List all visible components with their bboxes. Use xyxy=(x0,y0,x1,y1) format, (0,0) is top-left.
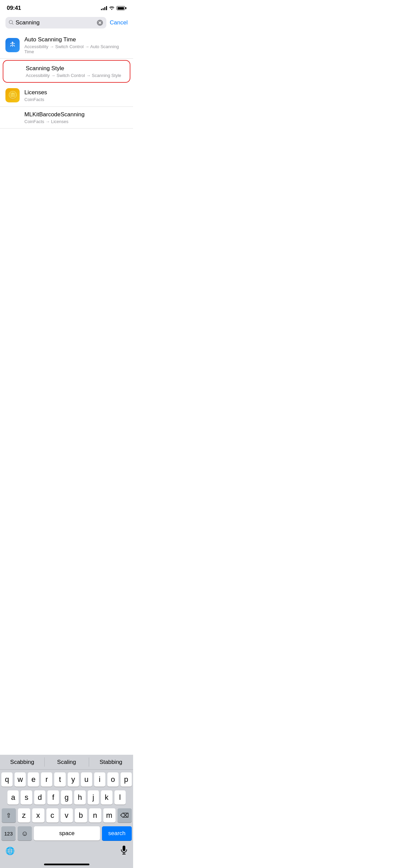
result-text: Scanning Style Accessibility → Switch Co… xyxy=(7,65,126,78)
signal-icon xyxy=(101,6,107,10)
wifi-icon xyxy=(109,5,114,11)
status-bar: 09:41 xyxy=(0,0,133,14)
result-subtitle: CoinFacts → Licenses xyxy=(24,119,128,124)
accessibility-icon xyxy=(5,38,20,52)
result-title: Licenses xyxy=(24,89,128,96)
svg-point-3 xyxy=(12,42,13,43)
result-item-licenses[interactable]: 🪙 Licenses CoinFacts xyxy=(0,84,133,107)
status-time: 09:41 xyxy=(7,5,21,12)
search-bar: Cancel xyxy=(0,14,133,32)
results-list: Auto Scanning Time Accessibility → Switc… xyxy=(0,32,133,129)
content-area xyxy=(0,129,133,251)
result-text: Licenses CoinFacts xyxy=(24,89,128,102)
result-title: Scanning Style xyxy=(26,65,126,72)
result-item-mlkit[interactable]: MLKitBarcodeScanning CoinFacts → License… xyxy=(0,107,133,129)
result-title: MLKitBarcodeScanning xyxy=(24,111,128,118)
search-input-wrapper[interactable] xyxy=(5,17,106,28)
search-magnifier-icon xyxy=(9,20,14,26)
battery-icon xyxy=(117,6,126,10)
result-title: Auto Scanning Time xyxy=(24,36,128,43)
coinfacts-icon: 🪙 xyxy=(5,88,20,102)
result-subtitle: Accessibility → Switch Control → Scannin… xyxy=(26,73,126,78)
search-clear-button[interactable] xyxy=(97,20,103,26)
svg-line-1 xyxy=(12,23,13,24)
status-icons xyxy=(101,5,126,11)
result-item-scanning-style[interactable]: Scanning Style Accessibility → Switch Co… xyxy=(3,60,130,83)
cancel-button[interactable]: Cancel xyxy=(110,19,128,26)
result-text: Auto Scanning Time Accessibility → Switc… xyxy=(24,36,128,54)
result-subtitle: Accessibility → Switch Control → Auto Sc… xyxy=(24,44,128,54)
search-input[interactable] xyxy=(16,19,95,26)
result-item-auto-scanning-time[interactable]: Auto Scanning Time Accessibility → Switc… xyxy=(0,32,133,59)
result-subtitle: CoinFacts xyxy=(24,97,128,102)
result-text: MLKitBarcodeScanning CoinFacts → License… xyxy=(24,111,128,124)
